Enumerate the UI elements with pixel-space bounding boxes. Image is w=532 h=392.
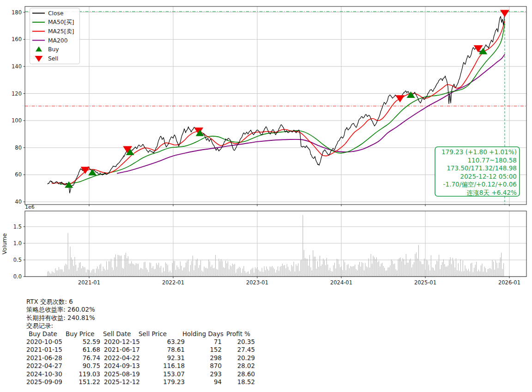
- x-tick-label: 2025-01: [414, 279, 436, 286]
- sell-marker: [81, 167, 90, 174]
- header-cell: Sell Date: [103, 330, 131, 338]
- trade-row: 2021-06-2876.742022-04-2292.3129820.29: [0, 354, 532, 362]
- annotation-line: 2025-12-12 05:00: [460, 173, 517, 180]
- trade-cell: 2022-04-27: [26, 362, 68, 370]
- trade-cell: 27.45: [223, 346, 255, 354]
- main-y-tick-label: 160: [12, 36, 22, 42]
- trade-cell: 28.02: [223, 362, 255, 370]
- trade-cell: 76.74: [68, 354, 100, 362]
- x-tick-label: 2024-01: [330, 279, 352, 286]
- trade-cell: 2025-08-19: [104, 370, 145, 378]
- trade-cell: 2021-06-28: [26, 354, 68, 362]
- main-y-tick-label: 140: [12, 63, 22, 70]
- gridlines: [25, 6, 526, 277]
- annotation-line: 110.77~180.58: [467, 157, 517, 164]
- trade-cell: 52.59: [68, 338, 100, 346]
- trade-cell: 18.52: [223, 378, 255, 386]
- summary-trade-count: RTX 交易次数: 6: [0, 298, 532, 306]
- trade-cell: 151.22: [68, 378, 100, 386]
- legend: CloseMA50[买]MA25[卖]MA200BuySell: [30, 8, 80, 64]
- header-cell: Buy Price: [66, 330, 95, 338]
- axes: 4060801001201401601800.00.51.01.52021-01…: [1, 6, 526, 286]
- legend-label: Buy: [48, 46, 59, 53]
- trade-cell: 90.75: [68, 362, 100, 370]
- trade-cell: 179.23: [148, 378, 185, 386]
- trade-table: Buy DateBuy PriceSell DateSell PriceHold…: [0, 330, 532, 386]
- legend-label: MA25[卖]: [48, 28, 74, 35]
- price-volume-chart: 4060801001201401601800.00.51.01.52021-01…: [0, 0, 532, 292]
- trade-cell: 78.61: [148, 346, 185, 354]
- header-cell: Buy Date: [29, 330, 57, 338]
- trade-cell: 2024-09-13: [104, 362, 145, 370]
- volume-bars: [47, 215, 504, 277]
- summary-hold-return: 长期持有收益: 240.81%: [0, 314, 532, 322]
- trade-cell: 293: [189, 370, 222, 378]
- volume-y-tick-label: 1.5: [13, 223, 22, 230]
- trade-cell: 2020-12-15: [104, 338, 145, 346]
- trade-row: 2025-09-09151.222025-12-12179.239418.52: [0, 378, 532, 386]
- trade-cell: 28.60: [223, 370, 255, 378]
- trade-cell: 298: [189, 354, 222, 362]
- main-y-tick-label: 180: [12, 9, 22, 16]
- legend-label: Sell: [48, 55, 58, 62]
- x-tick-label: 2023-01: [246, 279, 268, 286]
- legend-label: MA50[买]: [48, 19, 74, 25]
- trade-cell: 94: [189, 378, 222, 386]
- main-y-tick-label: 60: [15, 171, 22, 178]
- trade-cell: 2025-12-12: [104, 378, 145, 386]
- trade-cell: 2020-10-05: [26, 338, 68, 346]
- annotation-line: 173.50/171.32/148.98: [447, 164, 517, 172]
- trade-cell: 2021-06-17: [104, 346, 145, 354]
- quote-annotation: 179.23 (+1.80 +1.01%)110.77~180.58173.50…: [435, 147, 520, 196]
- trade-cell: 92.31: [148, 354, 185, 362]
- volume-y-tick-label: 1.0: [13, 240, 22, 247]
- trade-cell: 61.68: [68, 346, 100, 354]
- trade-cell: 2024-10-30: [26, 370, 68, 378]
- trade-cell: 2022-04-22: [104, 354, 145, 362]
- trade-cell: 63.29: [148, 338, 185, 346]
- sell-marker: [395, 95, 405, 103]
- sell-marker: [500, 10, 509, 17]
- x-tick-label: 2022-01: [162, 279, 184, 286]
- summary-strategy-return: 策略总收益率: 260.02%: [0, 306, 532, 314]
- trade-cell: 2021-01-15: [26, 346, 68, 354]
- trade-row: 2022-04-2790.752024-09-13116.1887028.02: [0, 362, 532, 370]
- volume-scale-label: 1e6: [25, 204, 35, 210]
- trade-cell: 2025-09-09: [26, 378, 68, 386]
- annotation-line: 179.23 (+1.80 +1.01%): [441, 148, 517, 156]
- trade-cell: 20.35: [223, 338, 255, 346]
- x-tick-label: 2021-01: [78, 279, 100, 286]
- trade-cell: 152: [189, 346, 222, 354]
- volume-y-tick-label: 0.0: [13, 273, 22, 280]
- strategy-summary-block: RTX 交易次数: 6 策略总收益率: 260.02% 长期持有收益: 240.…: [0, 298, 532, 386]
- annotation-line: 连涨8天 +6.42%: [467, 189, 517, 196]
- trade-cell: 71: [189, 338, 222, 346]
- trade-cell: 153.07: [148, 370, 185, 378]
- main-y-tick-label: 120: [12, 90, 22, 97]
- trade-row: 2021-01-1561.682021-06-1778.6115227.45: [0, 346, 532, 354]
- trade-cell: 870: [189, 362, 222, 370]
- trade-cell: 116.18: [148, 362, 185, 370]
- header-cell: Sell Price: [139, 330, 167, 338]
- legend-label: Close: [48, 10, 64, 17]
- x-tick-label: 2026-01: [498, 279, 520, 286]
- legend-label: MA200: [48, 37, 68, 44]
- trade-cell: 20.29: [223, 354, 255, 362]
- volume-axis-label: Volume: [1, 233, 8, 254]
- trade-row: 2020-10-0552.592020-12-1563.297120.35: [0, 338, 532, 346]
- stock-strategy-figure: 4060801001201401601800.00.51.01.52021-01…: [0, 0, 532, 392]
- trade-cell: 119.03: [68, 370, 100, 378]
- main-y-tick-label: 40: [15, 199, 22, 205]
- trade-table-header: Buy DateBuy PriceSell DateSell PriceHold…: [0, 330, 532, 338]
- header-cell: Profit %: [226, 330, 250, 338]
- main-y-tick-label: 100: [12, 117, 22, 124]
- summary-trade-log-label: 交易记录:: [0, 322, 532, 330]
- trade-row: 2024-10-30119.032025-08-19153.0729328.60: [0, 370, 532, 378]
- annotation-line: -1.70/偏空/+0.12/+0.06: [443, 181, 517, 188]
- header-cell: Holding Days: [182, 330, 224, 338]
- volume-y-tick-label: 0.5: [13, 257, 22, 263]
- main-y-tick-label: 80: [15, 145, 22, 151]
